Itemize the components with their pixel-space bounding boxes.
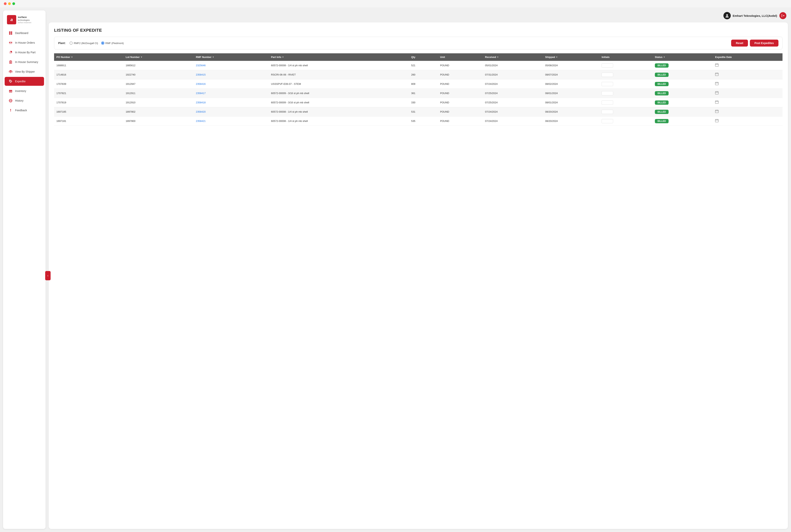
th-lot-number[interactable]: Lot Number ▼ [123, 53, 193, 61]
calendar-icon[interactable] [715, 119, 718, 123]
part-info-filter-icon[interactable]: ▼ [282, 56, 284, 58]
th-po-number[interactable]: PO Number ▼ [54, 53, 123, 61]
sphere-icon [8, 98, 13, 103]
table-row: 1714816 1922740 2358415 RSCRI-06-06 - RI… [54, 70, 783, 79]
filter-left: Plant: RMF2 (McDougall Ct) RMF (Piedmont… [58, 41, 124, 45]
cell-rmf-number[interactable]: 2358421 [193, 116, 269, 126]
sidebar-item-in-house-orders[interactable]: In House Orders [5, 38, 44, 47]
svg-point-30 [726, 14, 728, 16]
page-panel: ‹ LISTING OF EXPEDITE Plant: RMF2 (McDou… [49, 22, 788, 529]
minimize-button[interactable] [8, 2, 11, 5]
cell-expedite-date[interactable] [713, 116, 783, 126]
svg-rect-29 [11, 111, 11, 112]
calendar-icon[interactable] [715, 100, 718, 105]
cell-part-info: 60572-00009 - 3/16 st ph mb shell [269, 98, 409, 107]
maximize-button[interactable] [12, 2, 15, 5]
plant-rmf-radio[interactable] [101, 41, 104, 45]
cell-rmf-number[interactable]: 2358418 [193, 98, 269, 107]
plant-rmf-option[interactable]: RMF (Piedmont) [101, 41, 124, 45]
cell-initials[interactable] [599, 79, 652, 89]
calendar-icon[interactable] [715, 82, 718, 86]
sidebar-item-history[interactable]: History [5, 96, 44, 105]
svg-rect-8 [9, 61, 12, 63]
expedite-table: PO Number ▼ Lot Number ▼ [54, 53, 783, 126]
status-filter-icon[interactable]: ▼ [663, 56, 665, 58]
rmf-number-filter-icon[interactable]: ▼ [212, 56, 214, 58]
table-row: 1707821 1912911 2358417 60572-00009 - 3/… [54, 89, 783, 98]
sidebar-item-view-by-shipper[interactable]: View By Shipper [5, 67, 44, 76]
sidebar-item-in-house-by-part[interactable]: In House By Part [5, 48, 44, 57]
rmf-link[interactable]: 2358416 [196, 82, 206, 86]
cell-part-info: 60572-00009 - 3/16 st ph mb shell [269, 89, 409, 98]
calendar-icon[interactable] [715, 63, 718, 68]
th-received[interactable]: Received ▼ [483, 53, 543, 61]
rmf-link[interactable]: 2325646 [196, 64, 206, 67]
cell-rmf-number[interactable]: 2325646 [193, 61, 269, 70]
po-number-filter-icon[interactable]: ▼ [71, 56, 73, 58]
calendar-icon[interactable] [715, 110, 718, 114]
collapse-button[interactable]: ‹ [45, 271, 51, 280]
cell-expedite-date[interactable] [713, 61, 783, 70]
calendar-icon[interactable] [715, 91, 718, 95]
cell-shipped: 08/07/2024 [543, 70, 599, 79]
cell-lot-number: 1885612 [123, 61, 193, 70]
cell-po-number: 1697185 [54, 107, 123, 116]
lot-number-filter-icon[interactable]: ▼ [140, 56, 142, 58]
cell-expedite-date[interactable] [713, 107, 783, 116]
cell-initials[interactable] [599, 98, 652, 107]
cell-lot-number: 1922740 [123, 70, 193, 79]
cell-expedite-date[interactable] [713, 98, 783, 107]
cell-initials[interactable] [599, 116, 652, 126]
cell-received: 07/24/2024 [483, 107, 543, 116]
close-button[interactable] [4, 2, 6, 5]
sidebar-item-label: History [15, 99, 23, 102]
logout-button[interactable] [779, 12, 786, 19]
reset-button[interactable]: Reset [731, 40, 748, 46]
cell-initials[interactable] [599, 89, 652, 98]
sidebar-item-in-house-summary[interactable]: In House Summary [5, 58, 44, 66]
sidebar-item-inventory[interactable]: Inventory [5, 87, 44, 95]
th-rmf-number[interactable]: RMF Number ▼ [193, 53, 269, 61]
cell-initials[interactable] [599, 107, 652, 116]
cell-unit: POUND [438, 61, 483, 70]
rmf-link[interactable]: 2358420 [196, 110, 206, 113]
cell-initials[interactable] [599, 70, 652, 79]
cell-expedite-date[interactable] [713, 89, 783, 98]
sidebar-item-expedite[interactable]: Expedite [5, 77, 44, 86]
sidebar-item-dashboard[interactable]: Dashboard [5, 28, 44, 37]
plant-rmf2-label: RMF2 (McDougall Ct) [74, 42, 98, 45]
th-qty: Qty [409, 53, 438, 61]
sidebar-item-feedback[interactable]: Feedback [5, 106, 44, 115]
cell-expedite-date[interactable] [713, 70, 783, 79]
cell-rmf-number[interactable]: 2358415 [193, 70, 269, 79]
sidebar-item-label: In House Orders [15, 41, 35, 44]
rmf-link[interactable]: 2358418 [196, 101, 206, 104]
status-badge: BILLED [655, 63, 669, 68]
th-shipped[interactable]: Shipped ▼ [543, 53, 599, 61]
cell-expedite-date[interactable] [713, 79, 783, 89]
svg-rect-0 [9, 32, 11, 33]
cell-rmf-number[interactable]: 2358420 [193, 107, 269, 116]
rmf-link[interactable]: 2358417 [196, 92, 206, 95]
cell-part-info: RSCRI-06-06 - RIVET [269, 70, 409, 79]
plant-rmf2-option[interactable]: RMF2 (McDougall Ct) [70, 41, 98, 45]
th-status[interactable]: Status ▼ [653, 53, 713, 61]
cell-rmf-number[interactable]: 2358417 [193, 89, 269, 98]
svg-rect-23 [10, 91, 11, 92]
shipped-filter-icon[interactable]: ▼ [556, 56, 558, 58]
calendar-icon[interactable] [715, 73, 718, 77]
user-avatar [724, 12, 731, 19]
sidebar-logo: a surface technologies surface treatment [3, 14, 45, 28]
post-expedites-button[interactable]: Post Expedites [750, 40, 778, 46]
rmf-link[interactable]: 2358421 [196, 119, 206, 122]
cell-initials[interactable] [599, 61, 652, 70]
sidebar: a surface technologies surface treatment… [3, 11, 45, 529]
plant-rmf2-radio[interactable] [70, 41, 73, 45]
cell-unit: POUND [438, 70, 483, 79]
th-part-info[interactable]: Part Info ▼ [269, 53, 409, 61]
received-filter-icon[interactable]: ▼ [497, 56, 499, 58]
cell-part-info: 60572-00008 - 1/4 st ph mb shell [269, 116, 409, 126]
table-row: 1697185 1897802 2358420 60572-00008 - 1/… [54, 107, 783, 116]
rmf-link[interactable]: 2358415 [196, 73, 206, 76]
cell-rmf-number[interactable]: 2358416 [193, 79, 269, 89]
